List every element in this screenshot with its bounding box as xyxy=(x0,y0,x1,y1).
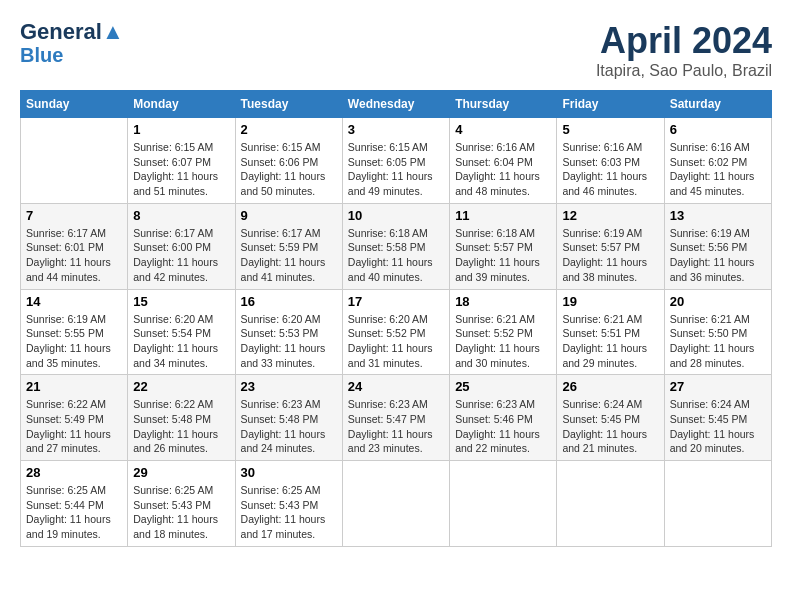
date-number: 17 xyxy=(348,294,444,309)
date-number: 2 xyxy=(241,122,337,137)
cell-info: Sunrise: 6:17 AMSunset: 5:59 PMDaylight:… xyxy=(241,226,337,285)
week-row-4: 21Sunrise: 6:22 AMSunset: 5:49 PMDayligh… xyxy=(21,375,772,461)
cell-info: Sunrise: 6:18 AMSunset: 5:58 PMDaylight:… xyxy=(348,226,444,285)
cell-info: Sunrise: 6:19 AMSunset: 5:55 PMDaylight:… xyxy=(26,312,122,371)
date-number: 30 xyxy=(241,465,337,480)
cell-info: Sunrise: 6:16 AMSunset: 6:04 PMDaylight:… xyxy=(455,140,551,199)
calendar-cell: 6Sunrise: 6:16 AMSunset: 6:02 PMDaylight… xyxy=(664,118,771,204)
calendar-cell: 9Sunrise: 6:17 AMSunset: 5:59 PMDaylight… xyxy=(235,203,342,289)
date-number: 22 xyxy=(133,379,229,394)
calendar-cell xyxy=(342,461,449,547)
calendar-cell: 24Sunrise: 6:23 AMSunset: 5:47 PMDayligh… xyxy=(342,375,449,461)
cell-info: Sunrise: 6:24 AMSunset: 5:45 PMDaylight:… xyxy=(562,397,658,456)
date-number: 12 xyxy=(562,208,658,223)
calendar-cell: 29Sunrise: 6:25 AMSunset: 5:43 PMDayligh… xyxy=(128,461,235,547)
cell-info: Sunrise: 6:25 AMSunset: 5:43 PMDaylight:… xyxy=(133,483,229,542)
cell-info: Sunrise: 6:20 AMSunset: 5:52 PMDaylight:… xyxy=(348,312,444,371)
calendar-cell xyxy=(450,461,557,547)
date-number: 7 xyxy=(26,208,122,223)
calendar-cell: 11Sunrise: 6:18 AMSunset: 5:57 PMDayligh… xyxy=(450,203,557,289)
title-block: April 2024 Itapira, Sao Paulo, Brazil xyxy=(596,20,772,80)
calendar-cell xyxy=(557,461,664,547)
cell-info: Sunrise: 6:22 AMSunset: 5:49 PMDaylight:… xyxy=(26,397,122,456)
col-header-monday: Monday xyxy=(128,91,235,118)
calendar-cell xyxy=(21,118,128,204)
cell-info: Sunrise: 6:25 AMSunset: 5:43 PMDaylight:… xyxy=(241,483,337,542)
page-header: General▲ Blue April 2024 Itapira, Sao Pa… xyxy=(20,20,772,80)
cell-info: Sunrise: 6:15 AMSunset: 6:07 PMDaylight:… xyxy=(133,140,229,199)
date-number: 15 xyxy=(133,294,229,309)
date-number: 8 xyxy=(133,208,229,223)
date-number: 20 xyxy=(670,294,766,309)
date-number: 18 xyxy=(455,294,551,309)
calendar-cell xyxy=(664,461,771,547)
cell-info: Sunrise: 6:20 AMSunset: 5:54 PMDaylight:… xyxy=(133,312,229,371)
calendar-cell: 22Sunrise: 6:22 AMSunset: 5:48 PMDayligh… xyxy=(128,375,235,461)
calendar-cell: 16Sunrise: 6:20 AMSunset: 5:53 PMDayligh… xyxy=(235,289,342,375)
date-number: 28 xyxy=(26,465,122,480)
date-number: 25 xyxy=(455,379,551,394)
logo: General▲ Blue xyxy=(20,20,124,66)
col-header-saturday: Saturday xyxy=(664,91,771,118)
cell-info: Sunrise: 6:20 AMSunset: 5:53 PMDaylight:… xyxy=(241,312,337,371)
calendar-cell: 14Sunrise: 6:19 AMSunset: 5:55 PMDayligh… xyxy=(21,289,128,375)
cell-info: Sunrise: 6:15 AMSunset: 6:05 PMDaylight:… xyxy=(348,140,444,199)
date-number: 19 xyxy=(562,294,658,309)
cell-info: Sunrise: 6:16 AMSunset: 6:03 PMDaylight:… xyxy=(562,140,658,199)
week-row-2: 7Sunrise: 6:17 AMSunset: 6:01 PMDaylight… xyxy=(21,203,772,289)
cell-info: Sunrise: 6:19 AMSunset: 5:56 PMDaylight:… xyxy=(670,226,766,285)
cell-info: Sunrise: 6:15 AMSunset: 6:06 PMDaylight:… xyxy=(241,140,337,199)
date-number: 5 xyxy=(562,122,658,137)
date-number: 1 xyxy=(133,122,229,137)
cell-info: Sunrise: 6:23 AMSunset: 5:48 PMDaylight:… xyxy=(241,397,337,456)
calendar-cell: 13Sunrise: 6:19 AMSunset: 5:56 PMDayligh… xyxy=(664,203,771,289)
cell-info: Sunrise: 6:21 AMSunset: 5:52 PMDaylight:… xyxy=(455,312,551,371)
calendar-table: SundayMondayTuesdayWednesdayThursdayFrid… xyxy=(20,90,772,547)
calendar-cell: 21Sunrise: 6:22 AMSunset: 5:49 PMDayligh… xyxy=(21,375,128,461)
calendar-cell: 4Sunrise: 6:16 AMSunset: 6:04 PMDaylight… xyxy=(450,118,557,204)
date-number: 6 xyxy=(670,122,766,137)
cell-info: Sunrise: 6:22 AMSunset: 5:48 PMDaylight:… xyxy=(133,397,229,456)
cell-info: Sunrise: 6:21 AMSunset: 5:51 PMDaylight:… xyxy=(562,312,658,371)
calendar-cell: 2Sunrise: 6:15 AMSunset: 6:06 PMDaylight… xyxy=(235,118,342,204)
logo-text: General▲ xyxy=(20,20,124,44)
logo-blue: Blue xyxy=(20,44,63,66)
date-number: 9 xyxy=(241,208,337,223)
date-number: 10 xyxy=(348,208,444,223)
date-number: 23 xyxy=(241,379,337,394)
cell-info: Sunrise: 6:23 AMSunset: 5:46 PMDaylight:… xyxy=(455,397,551,456)
date-number: 21 xyxy=(26,379,122,394)
calendar-cell: 20Sunrise: 6:21 AMSunset: 5:50 PMDayligh… xyxy=(664,289,771,375)
col-header-thursday: Thursday xyxy=(450,91,557,118)
col-header-tuesday: Tuesday xyxy=(235,91,342,118)
date-number: 27 xyxy=(670,379,766,394)
week-row-5: 28Sunrise: 6:25 AMSunset: 5:44 PMDayligh… xyxy=(21,461,772,547)
calendar-header-row: SundayMondayTuesdayWednesdayThursdayFrid… xyxy=(21,91,772,118)
col-header-wednesday: Wednesday xyxy=(342,91,449,118)
cell-info: Sunrise: 6:25 AMSunset: 5:44 PMDaylight:… xyxy=(26,483,122,542)
week-row-1: 1Sunrise: 6:15 AMSunset: 6:07 PMDaylight… xyxy=(21,118,772,204)
calendar-cell: 25Sunrise: 6:23 AMSunset: 5:46 PMDayligh… xyxy=(450,375,557,461)
calendar-cell: 19Sunrise: 6:21 AMSunset: 5:51 PMDayligh… xyxy=(557,289,664,375)
cell-info: Sunrise: 6:16 AMSunset: 6:02 PMDaylight:… xyxy=(670,140,766,199)
cell-info: Sunrise: 6:23 AMSunset: 5:47 PMDaylight:… xyxy=(348,397,444,456)
cell-info: Sunrise: 6:17 AMSunset: 6:01 PMDaylight:… xyxy=(26,226,122,285)
calendar-cell: 17Sunrise: 6:20 AMSunset: 5:52 PMDayligh… xyxy=(342,289,449,375)
date-number: 14 xyxy=(26,294,122,309)
date-number: 4 xyxy=(455,122,551,137)
calendar-cell: 18Sunrise: 6:21 AMSunset: 5:52 PMDayligh… xyxy=(450,289,557,375)
calendar-cell: 27Sunrise: 6:24 AMSunset: 5:45 PMDayligh… xyxy=(664,375,771,461)
calendar-cell: 5Sunrise: 6:16 AMSunset: 6:03 PMDaylight… xyxy=(557,118,664,204)
calendar-cell: 7Sunrise: 6:17 AMSunset: 6:01 PMDaylight… xyxy=(21,203,128,289)
date-number: 26 xyxy=(562,379,658,394)
cell-info: Sunrise: 6:17 AMSunset: 6:00 PMDaylight:… xyxy=(133,226,229,285)
cell-info: Sunrise: 6:18 AMSunset: 5:57 PMDaylight:… xyxy=(455,226,551,285)
date-number: 3 xyxy=(348,122,444,137)
cell-info: Sunrise: 6:24 AMSunset: 5:45 PMDaylight:… xyxy=(670,397,766,456)
col-header-sunday: Sunday xyxy=(21,91,128,118)
cell-info: Sunrise: 6:21 AMSunset: 5:50 PMDaylight:… xyxy=(670,312,766,371)
calendar-cell: 1Sunrise: 6:15 AMSunset: 6:07 PMDaylight… xyxy=(128,118,235,204)
calendar-body: 1Sunrise: 6:15 AMSunset: 6:07 PMDaylight… xyxy=(21,118,772,547)
calendar-subtitle: Itapira, Sao Paulo, Brazil xyxy=(596,62,772,80)
date-number: 13 xyxy=(670,208,766,223)
